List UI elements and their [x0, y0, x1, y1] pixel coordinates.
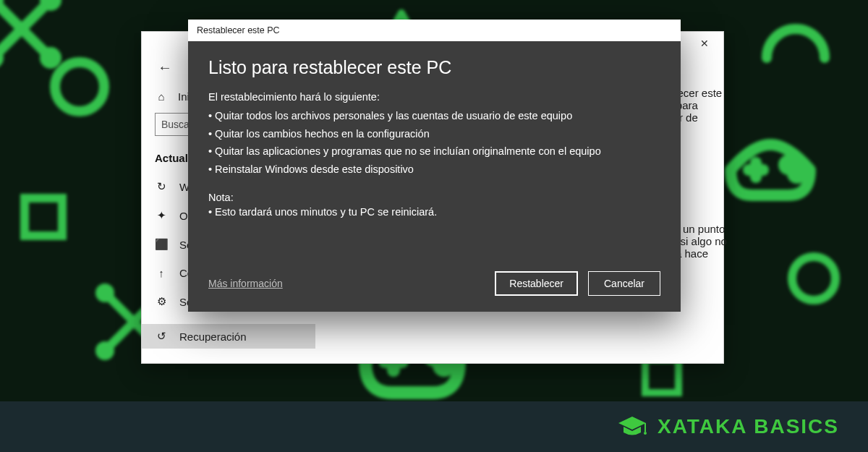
sync-icon: ↻: [155, 180, 168, 193]
more-info-link[interactable]: Más información: [208, 278, 283, 289]
dialog-note-bullet: Esto tardará unos minutos y tu PC se rei…: [208, 203, 660, 221]
svg-point-26: [644, 432, 647, 435]
reset-button[interactable]: Restablecer: [495, 271, 578, 296]
svg-point-15: [793, 169, 801, 178]
dialog-bullet-list: Quitar todos los archivos personales y l…: [208, 107, 660, 179]
shield-icon: ⬛: [155, 238, 168, 251]
graduation-cap-icon: [617, 414, 647, 439]
dialog-bullet: Quitar las aplicaciones y programas que …: [208, 142, 660, 161]
dialog-bullet: Reinstalar Windows desde este dispositiv…: [208, 161, 660, 179]
backup-icon: ↑: [155, 267, 168, 279]
svg-rect-24: [645, 359, 678, 393]
dialog-heading: Listo para restablecer este PC: [208, 57, 660, 78]
home-icon: ⌂: [155, 90, 168, 103]
brand-bar: XATAKA BASICS: [0, 401, 868, 452]
dialog-intro: El restablecimiento hará lo siguiente:: [208, 91, 660, 103]
svg-point-18: [792, 257, 835, 300]
dialog-note-label: Nota:: [208, 192, 660, 203]
recovery-icon: ↺: [155, 330, 168, 343]
sidebar-item-label: Recuperación: [179, 331, 247, 343]
brand-text: XATAKA BASICS: [658, 415, 839, 438]
sidebar-item-recovery[interactable]: ↺ Recuperación: [142, 324, 315, 349]
svg-rect-7: [25, 198, 62, 236]
optimization-icon: ✦: [155, 209, 168, 222]
dialog-title: Restablecer este PC: [197, 25, 280, 35]
cancel-button[interactable]: Cancelar: [588, 271, 660, 296]
dialog-bullet: Quitar los cambios hechos en la configur…: [208, 125, 660, 143]
dialog-note-list: Esto tardará unos minutos y tu PC se rei…: [208, 203, 660, 221]
svg-point-6: [55, 62, 104, 111]
reset-pc-dialog: Restablecer este PC Listo para restablec…: [188, 20, 681, 312]
svg-point-13: [100, 346, 110, 356]
svg-point-10: [100, 288, 110, 298]
wrench-icon: ⚙: [155, 295, 168, 308]
back-icon[interactable]: ←: [155, 58, 175, 77]
svg-rect-25: [644, 423, 646, 432]
close-icon[interactable]: ✕: [689, 33, 720, 54]
dialog-titlebar: Restablecer este PC: [188, 20, 681, 41]
svg-point-4: [45, 0, 56, 6]
dialog-bullet: Quitar todos los archivos personales y l…: [208, 107, 660, 125]
